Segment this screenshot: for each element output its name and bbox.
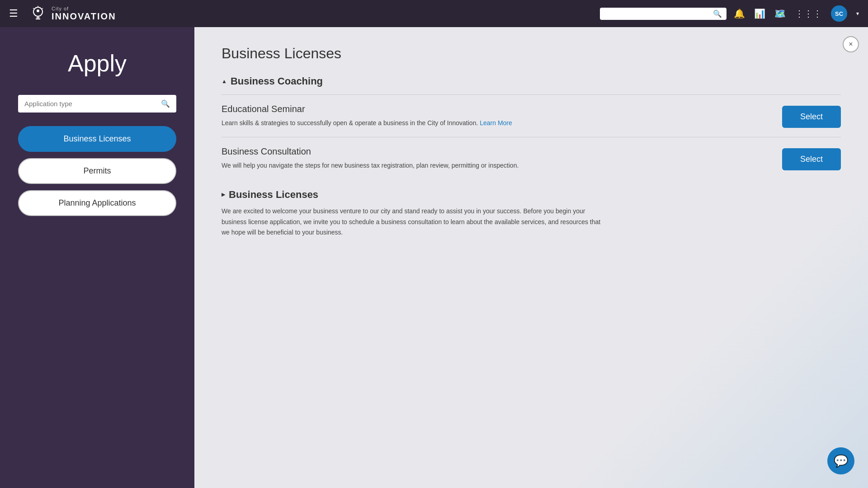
educational-seminar-name: Educational Seminar bbox=[222, 104, 512, 114]
logo-text: City of INNOVATION bbox=[52, 6, 116, 21]
logo-city-text: City of bbox=[52, 6, 116, 11]
sidebar-navigation: Business Licenses Permits Planning Appli… bbox=[18, 126, 176, 216]
business-licenses-header[interactable]: ▶ Business Licenses bbox=[222, 189, 841, 201]
business-consultation-select-button[interactable]: Select bbox=[782, 148, 841, 170]
user-avatar[interactable]: SC bbox=[831, 5, 847, 22]
search-bar[interactable]: 🔍 bbox=[600, 8, 726, 20]
topnav-icons: 🔔 📊 🗺️ ⋮⋮⋮ SC ▾ bbox=[734, 5, 859, 22]
notification-icon[interactable]: 🔔 bbox=[734, 8, 745, 19]
page-title: Business Licenses bbox=[222, 45, 841, 62]
search-icon: 🔍 bbox=[713, 9, 722, 18]
sidebar-item-permits[interactable]: Permits bbox=[18, 158, 176, 184]
logo: City of INNOVATION bbox=[29, 5, 116, 23]
chart-icon[interactable]: 📊 bbox=[754, 8, 765, 19]
business-licenses-title: Business Licenses bbox=[229, 189, 318, 201]
sidebar-item-planning-applications[interactable]: Planning Applications bbox=[18, 190, 176, 216]
map-icon[interactable]: 🗺️ bbox=[774, 8, 786, 19]
business-coaching-section: ▲ Business Coaching Educational Seminar … bbox=[222, 75, 841, 180]
business-licenses-description: We are excited to welcome your business … bbox=[222, 206, 606, 238]
grid-icon[interactable]: ⋮⋮⋮ bbox=[795, 8, 822, 19]
user-dropdown-icon[interactable]: ▾ bbox=[856, 10, 859, 17]
business-coaching-arrow: ▲ bbox=[222, 78, 227, 84]
sidebar: Apply 🔍 Business Licenses Permits Planni… bbox=[0, 27, 194, 488]
business-coaching-title: Business Coaching bbox=[231, 75, 323, 87]
content-area: × Business Licenses ▲ Business Coaching … bbox=[194, 27, 868, 488]
svg-point-4 bbox=[37, 9, 39, 12]
main-layout: Apply 🔍 Business Licenses Permits Planni… bbox=[0, 27, 868, 488]
sidebar-item-business-licenses[interactable]: Business Licenses bbox=[18, 126, 176, 152]
educational-seminar-item: Educational Seminar Learn skills & strat… bbox=[222, 94, 841, 137]
educational-seminar-learn-more-link[interactable]: Learn More bbox=[480, 119, 512, 127]
support-chat-icon: 💬 bbox=[834, 454, 848, 468]
business-consultation-desc: We will help you navigate the steps for … bbox=[222, 160, 519, 170]
educational-seminar-info: Educational Seminar Learn skills & strat… bbox=[222, 104, 512, 128]
sidebar-search-icon: 🔍 bbox=[161, 99, 170, 108]
educational-seminar-select-button[interactable]: Select bbox=[782, 106, 841, 128]
top-navigation: ☰ City of INNOVATION 🔍 🔔 📊 🗺️ ⋮⋮⋮ SC ▾ bbox=[0, 0, 868, 27]
logo-icon bbox=[29, 5, 47, 23]
business-consultation-name: Business Consultation bbox=[222, 146, 519, 157]
business-consultation-info: Business Consultation We will help you n… bbox=[222, 146, 519, 170]
sidebar-search-bar[interactable]: 🔍 bbox=[18, 95, 176, 113]
svg-line-6 bbox=[42, 8, 43, 9]
hamburger-menu-icon[interactable]: ☰ bbox=[9, 8, 18, 19]
logo-innovation-text: INNOVATION bbox=[52, 11, 116, 21]
business-coaching-header[interactable]: ▲ Business Coaching bbox=[222, 75, 841, 87]
content-inner: Business Licenses ▲ Business Coaching Ed… bbox=[222, 45, 841, 238]
support-chat-button[interactable]: 💬 bbox=[827, 447, 854, 474]
sidebar-title: Apply bbox=[68, 50, 127, 77]
business-consultation-item: Business Consultation We will help you n… bbox=[222, 137, 841, 179]
educational-seminar-desc: Learn skills & strategies to successfull… bbox=[222, 118, 512, 128]
business-licenses-arrow: ▶ bbox=[222, 192, 225, 197]
close-button[interactable]: × bbox=[843, 36, 859, 52]
application-type-input[interactable] bbox=[24, 100, 161, 108]
svg-line-7 bbox=[33, 8, 34, 9]
business-licenses-section: ▶ Business Licenses We are excited to we… bbox=[222, 189, 841, 238]
search-input[interactable] bbox=[604, 10, 713, 17]
